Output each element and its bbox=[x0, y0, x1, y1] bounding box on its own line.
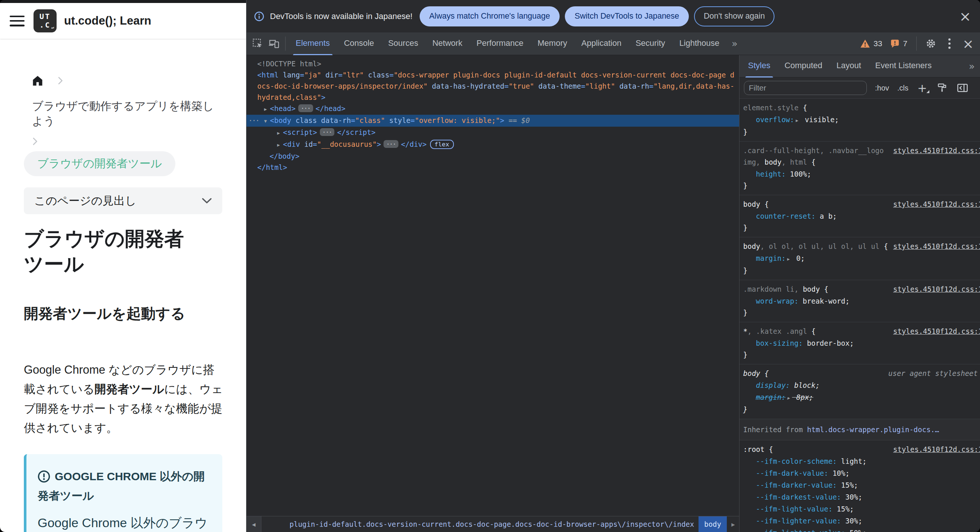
toggle-element-classes-button[interactable]: .cls bbox=[897, 84, 908, 92]
chevron-right-icon bbox=[58, 77, 63, 84]
hamburger-menu-icon[interactable] bbox=[10, 16, 25, 27]
sidebar-tab-styles[interactable]: Styles bbox=[741, 55, 778, 78]
tab-memory[interactable]: Memory bbox=[531, 32, 574, 55]
expand-inline-dots-button[interactable]: ··· bbox=[320, 128, 335, 136]
toggle-pseudo-class-button[interactable]: :hov bbox=[875, 84, 889, 92]
expand-value-arrow-icon[interactable]: ▸ bbox=[796, 117, 798, 123]
css-property-var-ifm-light-value[interactable]: --ifm-light-value: 15%; bbox=[743, 503, 980, 515]
tab-application[interactable]: Application bbox=[574, 32, 628, 55]
rule-close-brace: } bbox=[743, 222, 980, 234]
crumb-selected-node[interactable]: body bbox=[698, 516, 727, 532]
dom-token: < bbox=[283, 128, 287, 136]
tab-network[interactable]: Network bbox=[425, 32, 469, 55]
dom-tree-row-div-docusaurus[interactable]: ▸<div id="__docusaurus">···</div>flex bbox=[247, 139, 740, 151]
css-property-overflow[interactable]: overflow:▸ visible; bbox=[743, 114, 980, 126]
breadcrumb-current-pill[interactable]: ブラウザの開発者ツール bbox=[24, 151, 175, 176]
css-property-display[interactable]: display: block; bbox=[743, 379, 980, 391]
dom-tree-row-body-close[interactable]: </body> bbox=[247, 151, 740, 162]
stylesheet-source-link[interactable]: styles.4510f12d.css:1 bbox=[893, 199, 980, 210]
dom-token: = bbox=[411, 116, 415, 124]
dom-tree-row-doctype[interactable]: <!DOCTYPE html> bbox=[247, 58, 740, 69]
dom-token: body bbox=[278, 152, 295, 160]
tab-lighthouse[interactable]: Lighthouse bbox=[672, 32, 726, 55]
css-property-var-ifm-lightest-value[interactable]: --ifm-lightest-value: 50%; bbox=[743, 527, 980, 532]
stylesheet-source-link[interactable]: styles.4510f12d.css:1 bbox=[893, 444, 980, 455]
site-logo[interactable]: UT .C ↵ bbox=[33, 9, 57, 32]
expand-value-arrow-icon[interactable]: ▸ bbox=[787, 395, 790, 401]
dom-token: > bbox=[295, 152, 299, 160]
dom-tree-row-script[interactable]: ▸<script>···</script> bbox=[247, 127, 740, 139]
more-tabs-icon[interactable]: » bbox=[726, 38, 743, 49]
more-sidebar-tabs-icon[interactable]: » bbox=[964, 61, 980, 72]
css-property-box-sizing[interactable]: box-sizing: border-box; bbox=[743, 337, 980, 349]
property-value: border-box; bbox=[807, 339, 854, 347]
flex-badge[interactable]: flex bbox=[430, 140, 454, 149]
tab-elements[interactable]: Elements bbox=[289, 32, 337, 55]
dom-tree-row-html-open[interactable]: <html lang="ja" dir="ltr" class="docs-wr… bbox=[247, 69, 740, 103]
new-style-rule-icon[interactable]: + bbox=[917, 82, 928, 94]
toc-collapsible[interactable]: このページの見出し bbox=[24, 187, 222, 214]
expand-arrow-right-icon[interactable]: ▸ bbox=[274, 139, 283, 151]
stylesheet-source-link[interactable]: styles.4510f12d.css:1 bbox=[893, 241, 980, 252]
css-property-height[interactable]: height: 100%; bbox=[743, 168, 980, 180]
crumb-forward-icon[interactable]: ▸ bbox=[727, 520, 740, 528]
inherited-from-link[interactable]: html.docs-wrapper.plugin-docs.… bbox=[807, 425, 939, 434]
toggle-sidebar-icon[interactable] bbox=[956, 80, 969, 96]
rendering-brush-icon[interactable] bbox=[936, 80, 948, 96]
css-property-margin[interactable]: margin:▸ 8px; bbox=[743, 391, 980, 404]
sidebar-tab-layout[interactable]: Layout bbox=[829, 55, 868, 78]
crumb-path[interactable]: plugin-id-default.docs-version-current.d… bbox=[261, 520, 694, 528]
css-property-var-ifm-dark-value[interactable]: --ifm-dark-value: 10%; bbox=[743, 467, 980, 479]
property-value: 50%; bbox=[850, 529, 867, 532]
infobar-button-switch-devtools-to-japanese[interactable]: Switch DevTools to Japanese bbox=[565, 6, 689, 27]
expand-value-arrow-icon[interactable]: ▸ bbox=[787, 256, 790, 262]
tab-security[interactable]: Security bbox=[628, 32, 672, 55]
tab-sources[interactable]: Sources bbox=[381, 32, 425, 55]
css-property-var-ifm-color-scheme[interactable]: --ifm-color-scheme: light; bbox=[743, 455, 980, 467]
css-property-counter-reset[interactable]: counter-reset: a b; bbox=[743, 210, 980, 222]
tab-console[interactable]: Console bbox=[337, 32, 381, 55]
dom-tree-row-body[interactable]: ···▾<body class data-rh="class" style="o… bbox=[247, 115, 740, 127]
settings-gear-icon[interactable] bbox=[923, 36, 938, 51]
dom-token: = bbox=[504, 82, 508, 90]
warnings-badge[interactable]: 33 bbox=[860, 39, 882, 48]
stylesheet-source-link[interactable]: styles.4510f12d.css:1 bbox=[893, 284, 980, 295]
stylesheet-source-link[interactable]: styles.4510f12d.css:1 bbox=[893, 145, 980, 156]
infobar-close-icon[interactable]: × bbox=[959, 9, 971, 24]
infobar-button-don-t-show-again[interactable]: Don't show again bbox=[694, 6, 775, 27]
expand-arrow-right-icon[interactable]: ▸ bbox=[274, 127, 283, 139]
selector-token: { bbox=[811, 158, 815, 166]
expand-arrow-right-icon[interactable]: ▸ bbox=[261, 104, 270, 115]
crumb-back-icon[interactable]: ◂ bbox=[247, 516, 261, 532]
styles-filter-input[interactable] bbox=[744, 81, 867, 95]
dom-token: body bbox=[274, 116, 291, 124]
device-toolbar-icon[interactable] bbox=[266, 35, 282, 52]
sidebar-tab-event-listeners[interactable]: Event Listeners bbox=[868, 55, 939, 78]
css-property-var-ifm-darkest-value[interactable]: --ifm-darkest-value: 30%; bbox=[743, 491, 980, 503]
infobar-button-always-match-chrome-s-language[interactable]: Always match Chrome's language bbox=[420, 6, 560, 27]
tab-performance[interactable]: Performance bbox=[469, 32, 531, 55]
home-icon[interactable] bbox=[32, 75, 43, 86]
inspect-element-icon[interactable] bbox=[250, 35, 266, 52]
issues-badge[interactable]: 7 bbox=[890, 39, 907, 48]
rule-selector[interactable]: element.style { bbox=[743, 102, 980, 114]
site-title[interactable]: ut.code(); Learn bbox=[64, 14, 151, 27]
toc-label: このページの見出し bbox=[34, 193, 136, 209]
dom-tree-row-html-close[interactable]: </html> bbox=[247, 162, 740, 173]
property-value: block; bbox=[794, 381, 820, 389]
row-overflow-dots-icon[interactable]: ··· bbox=[248, 115, 259, 126]
expand-arrow-down-icon[interactable]: ▾ bbox=[261, 115, 270, 127]
dom-token: data-theme bbox=[534, 82, 581, 90]
css-property-var-ifm-lighter-value[interactable]: --ifm-lighter-value: 30%; bbox=[743, 515, 980, 527]
expand-inline-dots-button[interactable]: ··· bbox=[298, 104, 313, 112]
css-property-word-wrap[interactable]: word-wrap: break-word; bbox=[743, 295, 980, 307]
devtools-close-icon[interactable]: × bbox=[961, 36, 975, 51]
issues-count: 7 bbox=[903, 39, 907, 48]
stylesheet-source-link[interactable]: styles.4510f12d.css:1 bbox=[893, 326, 980, 337]
kebab-menu-icon[interactable] bbox=[942, 36, 957, 51]
sidebar-tab-computed[interactable]: Computed bbox=[778, 55, 830, 78]
css-property-margin[interactable]: margin:▸ 0; bbox=[743, 252, 980, 265]
css-property-var-ifm-darker-value[interactable]: --ifm-darker-value: 15%; bbox=[743, 479, 980, 491]
dom-tree-row-head[interactable]: ▸<head>···</head> bbox=[247, 103, 740, 115]
expand-inline-dots-button[interactable]: ··· bbox=[383, 140, 398, 148]
